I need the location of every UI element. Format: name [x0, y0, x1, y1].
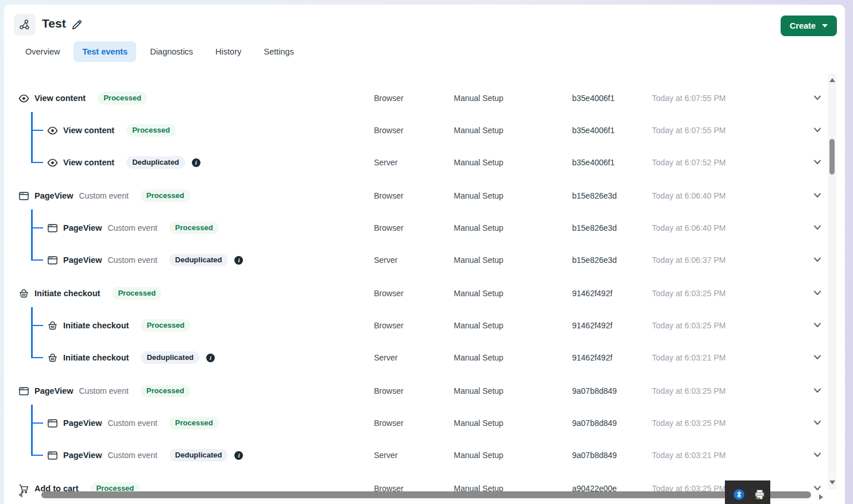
event-type-label: Custom event: [107, 255, 157, 265]
eye-icon: [18, 93, 29, 104]
connection-method-value: Manual Setup: [454, 191, 503, 200]
chevron-down-icon: [813, 288, 822, 299]
info-icon[interactable]: i: [192, 158, 200, 167]
chevron-down-icon: [813, 320, 822, 331]
edit-title-icon[interactable]: [71, 18, 83, 31]
event-type-label: Custom event: [107, 418, 157, 428]
expand-row-button[interactable]: [809, 188, 825, 204]
expand-row-button[interactable]: [809, 383, 825, 399]
status-badge: Processed: [141, 189, 190, 202]
event-type-label: Custom event: [79, 386, 128, 396]
info-icon[interactable]: i: [234, 451, 243, 460]
event-id-value: 91462f492f: [572, 353, 612, 362]
expand-row-button[interactable]: [809, 285, 825, 301]
event-group: PageViewCustom eventProcessedBrowserManu…: [4, 180, 845, 276]
tab-overview[interactable]: Overview: [17, 41, 68, 62]
horizontal-scrollbar-thumb[interactable]: [41, 491, 811, 498]
connection-method-value: Manual Setup: [454, 321, 503, 330]
event-name-cell: PageViewCustom eventDeduplicatedi: [47, 439, 243, 471]
events-list: View contentProcessedBrowserManual Setup…: [4, 75, 845, 504]
scroll-up-arrow-icon[interactable]: [829, 78, 835, 82]
event-row: View contentDeduplicatediServerManual Se…: [4, 146, 845, 179]
connection-method-value: Manual Setup: [454, 223, 503, 232]
source-value: Server: [374, 255, 397, 265]
chevron-down-icon: [813, 125, 822, 136]
event-name-cell: Initiate checkoutProcessed: [47, 309, 190, 342]
basket-icon: [18, 288, 29, 299]
source-value: Browser: [374, 386, 403, 396]
connection-method-value: Manual Setup: [454, 386, 503, 396]
timestamp-value: Today at 6:03:25 PM: [652, 386, 725, 396]
chevron-down-icon: [813, 191, 822, 201]
bluetooth-icon[interactable]: [733, 489, 745, 501]
page-title: Test: [42, 17, 66, 30]
window-icon: [47, 450, 58, 461]
status-badge: Processed: [98, 92, 147, 104]
event-row: View contentProcessedBrowserManual Setup…: [4, 114, 845, 146]
scroll-right-arrow-icon[interactable]: [819, 494, 823, 500]
printer-icon[interactable]: [754, 489, 766, 501]
connection-method-value: Manual Setup: [454, 126, 503, 135]
expand-row-button[interactable]: [809, 317, 825, 334]
event-id-value: b35e4006f1: [572, 94, 615, 103]
expand-row-button[interactable]: [809, 252, 825, 268]
source-value: Browser: [374, 321, 403, 330]
info-icon[interactable]: i: [234, 256, 243, 265]
event-group: Initiate checkoutProcessedBrowserManual …: [4, 277, 845, 374]
event-name-cell: PageViewCustom eventProcessed: [47, 212, 219, 244]
expand-row-button[interactable]: [809, 220, 825, 236]
event-name-cell: Add to cartProcessed: [18, 472, 140, 504]
info-icon[interactable]: i: [206, 354, 215, 362]
event-row: PageViewCustom eventProcessedBrowserManu…: [4, 180, 845, 212]
chevron-down-icon: [813, 223, 822, 234]
connection-method-value: Manual Setup: [454, 94, 503, 103]
create-button[interactable]: Create: [781, 15, 837, 36]
tab-test-events[interactable]: Test events: [74, 41, 136, 62]
expand-row-button[interactable]: [809, 90, 825, 106]
timestamp-value: Today at 6:03:21 PM: [652, 353, 725, 362]
event-name-cell: Initiate checkoutDeduplicatedi: [47, 342, 215, 374]
event-type-label: Custom event: [107, 223, 157, 232]
event-row: Initiate checkoutProcessedBrowserManual …: [4, 277, 845, 309]
tab-settings[interactable]: Settings: [255, 41, 302, 62]
timestamp-value: Today at 6:03:25 PM: [652, 418, 725, 428]
tab-history[interactable]: History: [207, 41, 250, 62]
event-type-label: Custom event: [79, 191, 128, 200]
status-badge: Processed: [141, 385, 190, 397]
event-row: PageViewCustom eventProcessedBrowserManu…: [4, 407, 845, 439]
tab-diagnostics[interactable]: Diagnostics: [141, 41, 202, 62]
event-id-value: 9a07b8d849: [572, 451, 617, 460]
vertical-scrollbar[interactable]: [828, 73, 836, 489]
expand-row-button[interactable]: [809, 154, 825, 170]
timestamp-value: Today at 6:06:40 PM: [652, 223, 725, 232]
scroll-left-arrow-icon[interactable]: [18, 492, 22, 498]
connection-method-value: Manual Setup: [454, 158, 503, 167]
expand-row-button[interactable]: [809, 122, 825, 138]
chevron-down-icon: [813, 483, 822, 494]
scroll-down-arrow-icon[interactable]: [829, 480, 835, 484]
event-row: PageViewCustom eventProcessedBrowserManu…: [4, 375, 845, 407]
connection-method-value: Manual Setup: [454, 353, 503, 362]
vertical-scrollbar-thumb[interactable]: [829, 139, 835, 175]
chevron-down-icon: [813, 157, 822, 168]
event-name: Initiate checkout: [34, 289, 100, 298]
event-name: View content: [63, 126, 114, 135]
eye-icon: [47, 157, 58, 168]
event-row: View contentProcessedBrowserManual Setup…: [4, 82, 845, 114]
event-id-value: 9a07b8d849: [572, 386, 617, 396]
event-id-value: b35e4006f1: [572, 158, 615, 167]
event-type-label: Custom event: [107, 451, 157, 460]
basket-icon: [47, 352, 58, 363]
event-name: Initiate checkout: [63, 321, 129, 330]
expand-row-button[interactable]: [809, 447, 825, 463]
event-id-value: b35e4006f1: [572, 126, 615, 135]
expand-row-button[interactable]: [809, 415, 825, 431]
source-value: Browser: [374, 223, 403, 232]
chevron-down-icon: [813, 386, 822, 397]
expand-row-button[interactable]: [809, 350, 825, 366]
chevron-down-icon: [813, 352, 822, 363]
create-button-label: Create: [790, 21, 816, 30]
event-name-cell: View contentDeduplicatedi: [47, 146, 200, 179]
event-group-children: View contentProcessedBrowserManual Setup…: [4, 114, 845, 179]
timestamp-value: Today at 6:03:21 PM: [652, 451, 725, 460]
